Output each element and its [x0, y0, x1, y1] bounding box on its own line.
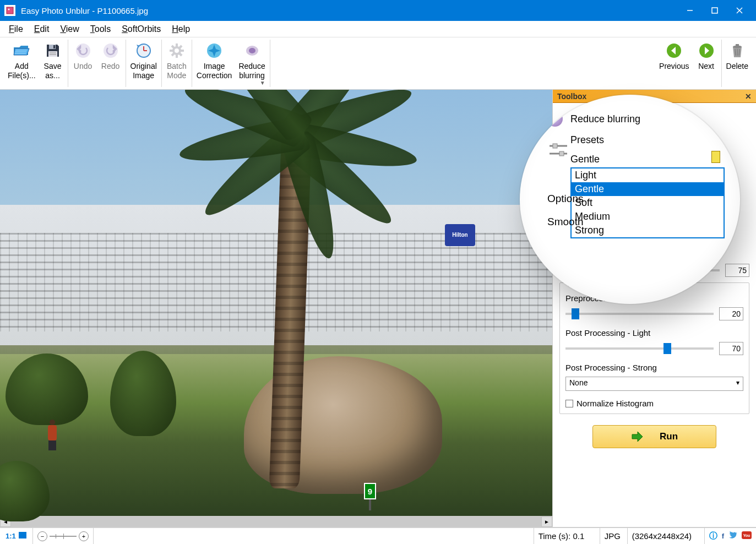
original-image-button[interactable]: Original Image: [127, 40, 160, 87]
post-light-value[interactable]: [719, 342, 743, 355]
image-viewport[interactable]: Hilton 9: [0, 90, 552, 516]
hotel-logo: Hilton: [445, 224, 475, 246]
magnifier-overlay: Reduce blurring Presets Gentle Light Gen…: [520, 95, 740, 304]
menu-file[interactable]: File: [3, 23, 29, 36]
maximize-button[interactable]: [702, 0, 727, 21]
preprocessing-slider[interactable]: [565, 313, 714, 315]
main-area: Hilton 9: [0, 90, 756, 527]
svg-rect-10: [53, 45, 55, 48]
post-strong-label: Post Processing - Strong: [565, 363, 743, 372]
toolbox-close-button[interactable]: ✕: [745, 92, 752, 101]
redo-label: Redo: [101, 62, 119, 71]
svg-line-25: [180, 53, 182, 56]
zoom-slider[interactable]: [50, 536, 77, 537]
reduce-blurring-label: Reduce blurring: [238, 62, 265, 80]
blur-icon: [243, 42, 261, 59]
run-label: Run: [660, 431, 678, 442]
svg-rect-3: [712, 8, 717, 13]
undo-icon: [74, 42, 92, 59]
sparkle-icon: [205, 42, 223, 59]
preset-option-gentle[interactable]: Gentle: [572, 182, 724, 196]
undo-label: Undo: [74, 62, 92, 71]
close-button[interactable]: [727, 0, 752, 21]
redo-icon: [102, 42, 119, 59]
youtube-icon[interactable]: You: [742, 531, 752, 541]
normalize-histogram-checkbox[interactable]: [565, 400, 573, 407]
svg-line-24: [172, 46, 174, 48]
svg-rect-41: [559, 151, 564, 156]
svg-point-19: [173, 47, 180, 54]
preset-option-soft[interactable]: Soft: [572, 196, 724, 210]
minimize-button[interactable]: [677, 0, 702, 21]
svg-point-1: [8, 9, 10, 10]
trash-icon: [728, 42, 746, 59]
clock-restore-icon: [135, 42, 153, 59]
facebook-icon[interactable]: f: [722, 532, 724, 540]
save-as-button[interactable]: Saveas...: [39, 40, 67, 87]
post-light-slider[interactable]: [565, 347, 714, 350]
batch-mode-label: Batch Mode: [167, 62, 187, 80]
info-icon[interactable]: ⓘ: [709, 531, 717, 541]
horizontal-scrollbar[interactable]: ◄ ►: [0, 516, 552, 527]
dropdown-arrow-icon[interactable]: ▼: [260, 80, 265, 86]
menu-edit[interactable]: Edit: [29, 23, 55, 36]
twitter-icon[interactable]: [728, 531, 737, 541]
presets-dropdown-list[interactable]: Light Gentle Soft Medium Strong: [570, 167, 725, 238]
zoom-1-1-button[interactable]: 1:1: [6, 532, 16, 540]
svg-rect-0: [7, 7, 13, 14]
status-time: Time (s): 0.1: [534, 528, 600, 544]
undo-button[interactable]: Undo: [69, 40, 97, 87]
app-icon: [4, 5, 15, 16]
menu-tools[interactable]: Tools: [85, 23, 116, 36]
svg-point-30: [249, 48, 255, 53]
menu-view[interactable]: View: [55, 23, 84, 36]
next-icon: [698, 42, 715, 59]
sign-number: 9: [364, 483, 376, 499]
presets-selected[interactable]: Gentle: [570, 153, 719, 166]
svg-text:You: You: [743, 534, 750, 537]
status-dimensions: (3264x2448x24): [628, 528, 705, 544]
folder-open-icon: [13, 42, 30, 59]
previous-button[interactable]: Previous: [656, 40, 692, 87]
fit-screen-icon[interactable]: [18, 531, 27, 541]
zoom-out-button[interactable]: −: [37, 531, 47, 541]
preset-option-medium[interactable]: Medium: [572, 210, 724, 224]
svg-point-14: [76, 43, 90, 58]
image-correction-button[interactable]: Image Correction: [193, 40, 236, 87]
svg-rect-42: [19, 532, 26, 538]
next-button[interactable]: Next: [693, 40, 720, 87]
titlebar: Easy Photo Unblur - P1100665.jpg: [0, 0, 756, 21]
svg-point-33: [733, 46, 742, 48]
delete-button[interactable]: Delete: [723, 40, 752, 87]
post-light-label: Post Processing - Light: [565, 328, 743, 338]
svg-rect-34: [736, 44, 739, 46]
previous-label: Previous: [659, 62, 689, 71]
presets-label: Presets: [570, 134, 724, 146]
post-strong-dropdown[interactable]: None: [565, 377, 743, 391]
svg-line-26: [172, 53, 174, 56]
presets-dropdown-button[interactable]: [711, 151, 720, 163]
run-button[interactable]: Run: [592, 425, 716, 448]
preprocessing-value[interactable]: [719, 307, 743, 320]
save-as-label: Saveas...: [44, 62, 62, 80]
menu-softorbits[interactable]: SoftOrbits: [116, 23, 166, 36]
toolbox-title: Toolbox: [557, 92, 586, 101]
toolbar: Add File(s)... Saveas... Undo Redo Origi…: [0, 37, 756, 90]
svg-line-27: [180, 46, 182, 48]
image-area: Hilton 9: [0, 90, 552, 527]
redo-button[interactable]: Redo: [97, 40, 124, 87]
preset-option-light[interactable]: Light: [572, 168, 724, 182]
window-title: Easy Photo Unblur - P1100665.jpg: [21, 6, 677, 15]
add-files-button[interactable]: Add File(s)...: [4, 40, 39, 87]
run-arrow-icon: [631, 431, 643, 442]
smooth-label: Smooth: [547, 216, 583, 228]
zoom-in-button[interactable]: +: [79, 531, 89, 541]
menu-help[interactable]: Help: [166, 23, 195, 36]
add-files-label: Add File(s)...: [8, 62, 36, 80]
detail-value[interactable]: [725, 264, 749, 277]
batch-mode-button[interactable]: Batch Mode: [163, 40, 191, 87]
reduce-blurring-button[interactable]: Reduce blurring ▼: [235, 40, 268, 87]
section-title: Reduce blurring: [570, 113, 640, 125]
scroll-right-button[interactable]: ►: [541, 516, 552, 527]
preset-option-strong[interactable]: Strong: [572, 224, 724, 237]
